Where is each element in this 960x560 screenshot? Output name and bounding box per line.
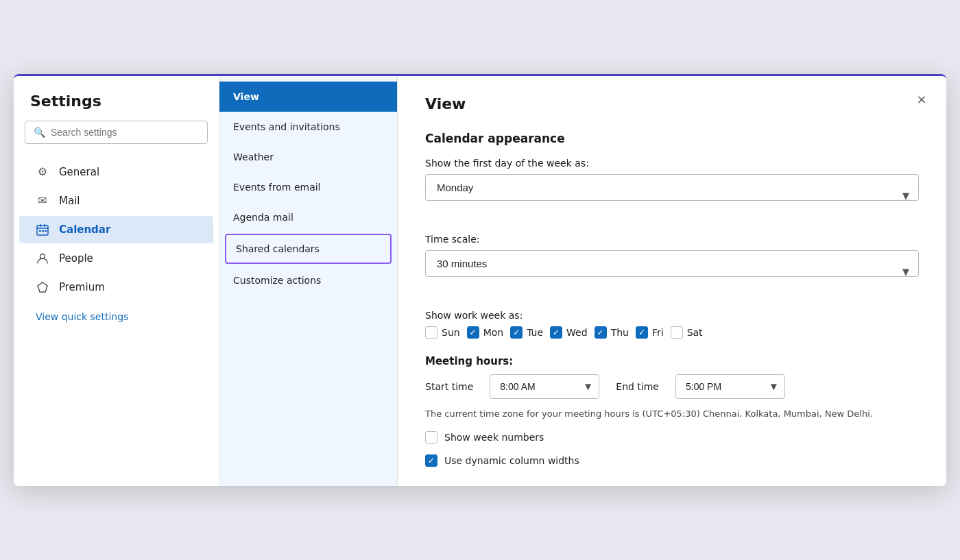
start-time-wrapper: 12:00 AM1:00 AM2:00 AM 3:00 AM4:00 AM5:0…: [490, 374, 599, 399]
diamond-icon: [36, 280, 49, 294]
calendar-icon: [36, 223, 49, 236]
sidebar: Settings 🔍 ⚙ General ✉ Mail: [14, 76, 219, 487]
first-day-select-wrapper: Sunday Monday Tuesday Wednesday Thursday…: [425, 174, 919, 217]
middle-item-customize-actions[interactable]: Customize actions: [219, 265, 397, 295]
checkbox-week-numbers[interactable]: [425, 431, 437, 443]
meeting-hours-section: Meeting hours: Start time 12:00 AM1:00 A…: [425, 355, 919, 421]
checkbox-dynamic-column[interactable]: [425, 454, 437, 467]
svg-rect-5: [42, 230, 44, 232]
settings-modal: Settings 🔍 ⚙ General ✉ Mail: [14, 74, 946, 487]
people-icon: [36, 252, 49, 265]
day-label-mon: Mon: [483, 327, 504, 338]
settings-title: Settings: [14, 93, 219, 121]
day-sun: Sun: [425, 326, 460, 339]
middle-panel: View Events and invitations Weather Even…: [219, 76, 398, 487]
first-day-label: Show the first day of the week as:: [425, 158, 919, 169]
show-week-numbers-row: Show week numbers: [425, 431, 919, 443]
search-input[interactable]: [51, 127, 199, 138]
day-label-sun: Sun: [442, 327, 460, 338]
svg-marker-8: [38, 282, 47, 292]
sidebar-item-premium[interactable]: Premium: [19, 273, 213, 301]
sidebar-item-people[interactable]: People: [19, 245, 213, 272]
sidebar-item-calendar[interactable]: Calendar: [19, 216, 213, 243]
work-week-label: Show work week as:: [425, 310, 919, 321]
dynamic-column-label: Use dynamic column widths: [444, 455, 579, 466]
day-label-thu: Thu: [611, 327, 629, 338]
time-scale-label: Time scale:: [425, 234, 919, 245]
day-fri: Fri: [636, 326, 664, 339]
day-wed: Wed: [550, 326, 588, 339]
sidebar-item-mail[interactable]: ✉ Mail: [19, 187, 213, 215]
middle-item-agenda-mail[interactable]: Agenda mail: [219, 202, 397, 232]
end-time-wrapper: 1:00 PM2:00 PM3:00 PM 4:00 PM5:00 PM6:00…: [675, 374, 785, 399]
work-week-section: Show work week as: Sun Mon Tue Wed: [425, 310, 919, 339]
checkbox-sun[interactable]: [425, 326, 437, 339]
sidebar-label-general: General: [59, 166, 99, 178]
sidebar-label-premium: Premium: [59, 281, 105, 293]
day-sat: Sat: [671, 326, 703, 339]
mail-icon: ✉: [36, 194, 49, 208]
checkbox-mon[interactable]: [467, 326, 479, 339]
day-tue: Tue: [510, 326, 543, 339]
sidebar-item-general[interactable]: ⚙ General: [19, 158, 213, 186]
search-icon: 🔍: [34, 127, 45, 138]
checkbox-fri[interactable]: [636, 326, 648, 339]
sidebar-label-calendar: Calendar: [59, 223, 110, 236]
first-day-select[interactable]: Sunday Monday Tuesday Wednesday Thursday…: [425, 174, 919, 201]
search-box[interactable]: 🔍: [25, 121, 208, 144]
timezone-note: The current time zone for your meeting h…: [425, 407, 905, 421]
day-label-sat: Sat: [687, 327, 703, 338]
day-label-wed: Wed: [566, 327, 588, 338]
time-row: Start time 12:00 AM1:00 AM2:00 AM 3:00 A…: [425, 374, 919, 399]
day-label-tue: Tue: [527, 327, 543, 338]
middle-item-view[interactable]: View: [219, 82, 397, 112]
view-quick-settings-link[interactable]: View quick settings: [19, 304, 213, 329]
middle-item-events-email[interactable]: Events from email: [219, 172, 397, 202]
show-week-numbers-label: Show week numbers: [444, 432, 544, 443]
calendar-appearance-title: Calendar appearance: [425, 132, 919, 145]
time-scale-select-wrapper: 5 minutes 6 minutes 10 minutes 15 minute…: [425, 250, 919, 293]
day-mon: Mon: [467, 326, 504, 339]
panel-title: View: [425, 95, 919, 112]
checkbox-tue[interactable]: [510, 326, 523, 339]
sidebar-label-people: People: [59, 252, 93, 265]
main-content: View Calendar appearance Show the first …: [398, 76, 946, 487]
days-row: Sun Mon Tue Wed Thu: [425, 326, 919, 339]
middle-item-shared-calendars[interactable]: Shared calendars: [225, 234, 392, 264]
start-time-label: Start time: [425, 381, 473, 392]
checkbox-thu[interactable]: [595, 326, 607, 339]
dynamic-column-row: Use dynamic column widths: [425, 454, 919, 467]
middle-item-events-invitations[interactable]: Events and invitations: [219, 112, 397, 142]
checkbox-sat[interactable]: [671, 326, 683, 339]
day-thu: Thu: [595, 326, 629, 339]
svg-rect-6: [45, 230, 47, 232]
checkbox-wed[interactable]: [550, 326, 562, 339]
end-time-label: End time: [616, 381, 659, 392]
day-label-fri: Fri: [652, 327, 664, 338]
end-time-select[interactable]: 1:00 PM2:00 PM3:00 PM 4:00 PM5:00 PM6:00…: [675, 374, 785, 399]
sidebar-label-mail: Mail: [59, 195, 80, 207]
close-button[interactable]: ×: [911, 88, 933, 110]
meeting-hours-label: Meeting hours:: [425, 355, 919, 367]
gear-icon: ⚙: [36, 165, 49, 179]
middle-item-weather[interactable]: Weather: [219, 142, 397, 172]
start-time-select[interactable]: 12:00 AM1:00 AM2:00 AM 3:00 AM4:00 AM5:0…: [490, 374, 599, 399]
svg-rect-4: [39, 230, 41, 232]
time-scale-select[interactable]: 5 minutes 6 minutes 10 minutes 15 minute…: [425, 250, 919, 277]
